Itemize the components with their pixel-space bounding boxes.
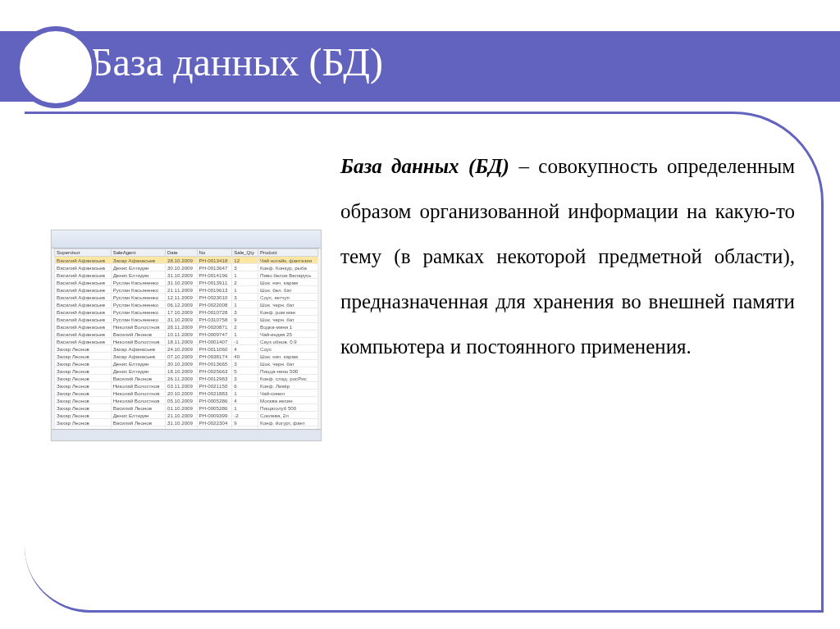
table-row: Василий АфанасьевДенис Елтидин31.10.2009… (55, 271, 318, 279)
table-row: Захар ЛеоновВасилий Леонов31.10.2009РН-0… (55, 419, 318, 426)
table-row: Василий АфанасьевРуслан Касьяненко31.10.… (55, 316, 318, 323)
table-cell: Денис Елтидин (111, 360, 165, 367)
table-row: Василий АфанасьевРуслан Касьяненко21.11.… (55, 286, 318, 294)
table-cell: 07.10.2009 (166, 353, 198, 360)
table-cell: Денис Елтидин (111, 271, 165, 279)
table-cell: РН-0019613 (197, 286, 232, 294)
table-cell: Захар Леонов (55, 345, 112, 353)
table-cell: 30.10.2009 (166, 360, 198, 367)
table-cell: РН-0013665 (197, 360, 232, 367)
table-cell: Василий Леонов (111, 404, 165, 412)
thumbnail-table-area: SupervisorSaleAgentDateNoSale_QtyProduct… (54, 248, 318, 429)
table-cell: Конф. ром ман (258, 308, 318, 316)
table-cell: 9 (232, 316, 258, 323)
table-cell: РН-0012983 (197, 375, 232, 382)
title-decoration-circle (15, 26, 97, 108)
table-row: Василий АфанасьевНиколай Волостнов18.11.… (55, 338, 318, 345)
slide-title: База данных (БД) (90, 39, 383, 84)
table-cell: Николай Волостнов (111, 338, 165, 345)
table-cell: Руслан Касьяненко (111, 294, 165, 301)
table-row: Захар ЛеоновВасилий Леонов26.11.2009РН-0… (55, 375, 318, 382)
table-cell: 1 (232, 404, 258, 412)
table-row: Захар ЛеоновДенис Елтидин30.10.2009РН-00… (55, 360, 318, 367)
table-cell: 03.11.2009 (166, 382, 198, 390)
table-cell: 1 (232, 286, 258, 294)
table-cell: Москва иесин (258, 397, 318, 404)
table-cell: 05.10.2009 (166, 397, 198, 404)
table-cell: 2 (232, 323, 258, 330)
table-cell: Пиво белое Беларусь (258, 271, 318, 279)
slide: База данных (БД) База данных (БД) – сово… (0, 0, 840, 629)
table-header: No (197, 249, 232, 257)
table-cell: РН-0013647 (197, 264, 232, 271)
table-row: Захар ЛеоновЗахар Афанасьев07.10.2009РН-… (55, 353, 318, 360)
table-cell: РН-0938174 (197, 353, 232, 360)
table-cell: РН-0005286 (197, 404, 232, 412)
table-row: Василий АфанасьевЗахар Афанасьев28.10.20… (55, 257, 318, 264)
table-cell: Василий Афанасьев (55, 286, 112, 294)
table-cell: Захар Афанасьев (111, 345, 165, 353)
table-cell: Шок. нач. карам (258, 279, 318, 286)
table-header: Product (258, 249, 318, 257)
table-cell: Василий Афанасьев (55, 279, 112, 286)
table-cell: Водка-мини 1 (258, 323, 318, 330)
table-cell: 1 (232, 301, 258, 308)
table-cell: 2 (232, 279, 258, 286)
table-cell: 9 (232, 419, 258, 426)
table-cell: Захар Леонов (55, 367, 112, 375)
table-cell: Руслан Касьяненко (111, 316, 165, 323)
table-cell: Василий Леонов (111, 330, 165, 338)
table-cell: Захар Афанасьев (111, 353, 165, 360)
table-row: Захар ЛеоновЗахар Афанасьев24.10.2009РН-… (55, 345, 318, 353)
table-cell: РН-0013911 (197, 279, 232, 286)
table-cell: РН-0005286 (197, 397, 232, 404)
table-cell: РН-0010728 (197, 308, 232, 316)
table-cell: Руслан Касьяненко (111, 279, 165, 286)
table-cell: Захар Афанасьев (111, 257, 165, 264)
table-cell: Шок. черн. бат (258, 360, 318, 367)
table-cell: Василий Афанасьев (55, 330, 112, 338)
table-row: Василий АфанасьевВасилий Леонов10.11.200… (55, 330, 318, 338)
table-cell: РН-0021883 (197, 390, 232, 397)
table-cell: РН-0025663 (197, 367, 232, 375)
table-cell: Василий Афанасьев (55, 308, 112, 316)
table-row: Василий АфанасьевРуслан Касьяненко12.11.… (55, 294, 318, 301)
thumbnail-statusbar (52, 429, 321, 440)
table-cell: 3 (232, 264, 258, 271)
table-cell: Захар Леонов (55, 375, 112, 382)
table-cell: 1 (232, 390, 258, 397)
table-cell: 30.10.2009 (166, 264, 198, 271)
table-cell: Чай-индия 25 (258, 330, 318, 338)
table-cell: 3 (232, 360, 258, 367)
table-cell: Захар Леонов (55, 360, 112, 367)
table-cell: РН-0009747 (197, 330, 232, 338)
table-cell: Василий Афанасьев (55, 271, 112, 279)
table-cell: 28.10.2009 (166, 257, 198, 264)
table-cell: 4 (232, 345, 258, 353)
table-cell: Чай-синил (258, 390, 318, 397)
table-cell: Шок. нач. карам (258, 353, 318, 360)
definition-body: – совокупность определенным образом орга… (340, 155, 795, 358)
table-cell: 17.10.2009 (166, 308, 198, 316)
table-cell: Василий Леонов (111, 375, 165, 382)
table-cell: 31.10.2009 (166, 316, 198, 323)
table-cell: 40 (232, 353, 258, 360)
table-cell: Конф. Ликёр (258, 382, 318, 390)
table-cell: Денис Елтидин (111, 367, 165, 375)
table-cell: Николай Волостнов (111, 382, 165, 390)
table-cell: Василий Афанасьев (55, 301, 112, 308)
thumbnail-toolbar (52, 230, 321, 248)
table-cell: Денис Елтидин (111, 264, 165, 271)
screenshot-thumbnail: SupervisorSaleAgentDateNoSale_QtyProduct… (51, 230, 322, 441)
table-cell: Николай Волостнов (111, 397, 165, 404)
table-cell: 18.10.2009 (166, 367, 198, 375)
table-row: Василий АфанасьевРуслан Касьяненко31.10.… (55, 279, 318, 286)
table-cell: Руслан Касьяненко (111, 286, 165, 294)
table-row: Василий АфанасьевРуслан Касьяненко17.10.… (55, 308, 318, 316)
table-cell: РН-0014196 (197, 271, 232, 279)
table-header: SaleAgent (111, 249, 165, 257)
table-cell: Соус, кетчуп (258, 294, 318, 301)
table-cell: Захар Леонов (55, 382, 112, 390)
table-row: Василий АфанасьевДенис Елтидин30.10.2009… (55, 264, 318, 271)
table-cell: Шок. черн. бат (258, 316, 318, 323)
